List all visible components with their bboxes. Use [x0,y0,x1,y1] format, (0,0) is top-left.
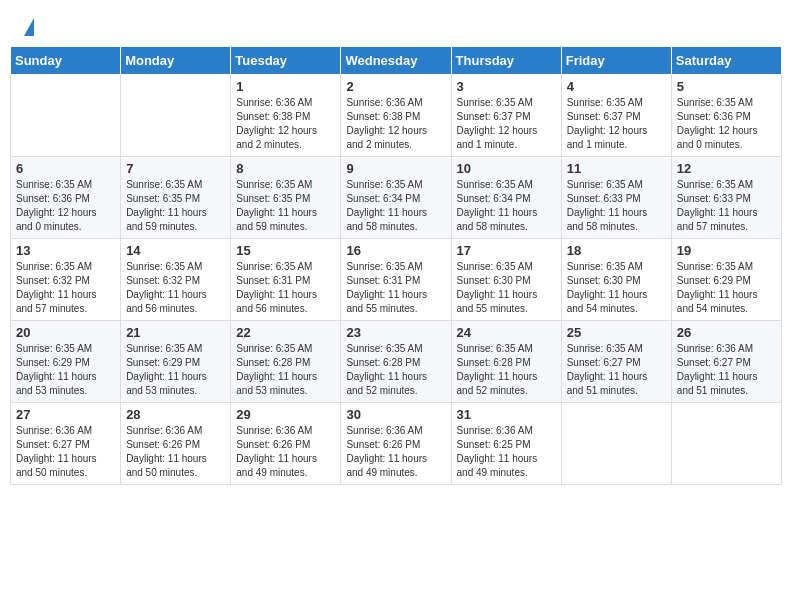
calendar-cell: 5Sunrise: 6:35 AMSunset: 6:36 PMDaylight… [671,75,781,157]
day-header: Wednesday [341,47,451,75]
calendar-cell: 3Sunrise: 6:35 AMSunset: 6:37 PMDaylight… [451,75,561,157]
day-info: Sunrise: 6:35 AMSunset: 6:29 PMDaylight:… [677,260,776,316]
day-header: Friday [561,47,671,75]
day-info: Sunrise: 6:35 AMSunset: 6:32 PMDaylight:… [16,260,115,316]
calendar-cell: 20Sunrise: 6:35 AMSunset: 6:29 PMDayligh… [11,321,121,403]
day-info: Sunrise: 6:36 AMSunset: 6:26 PMDaylight:… [346,424,445,480]
day-number: 6 [16,161,115,176]
calendar-cell [11,75,121,157]
calendar-cell: 29Sunrise: 6:36 AMSunset: 6:26 PMDayligh… [231,403,341,485]
day-number: 19 [677,243,776,258]
calendar-cell: 8Sunrise: 6:35 AMSunset: 6:35 PMDaylight… [231,157,341,239]
calendar-cell: 14Sunrise: 6:35 AMSunset: 6:32 PMDayligh… [121,239,231,321]
day-number: 3 [457,79,556,94]
calendar-week-row: 20Sunrise: 6:35 AMSunset: 6:29 PMDayligh… [11,321,782,403]
day-number: 27 [16,407,115,422]
day-number: 28 [126,407,225,422]
calendar-week-row: 13Sunrise: 6:35 AMSunset: 6:32 PMDayligh… [11,239,782,321]
day-number: 20 [16,325,115,340]
day-info: Sunrise: 6:35 AMSunset: 6:28 PMDaylight:… [457,342,556,398]
day-info: Sunrise: 6:35 AMSunset: 6:28 PMDaylight:… [346,342,445,398]
day-number: 7 [126,161,225,176]
calendar-cell: 27Sunrise: 6:36 AMSunset: 6:27 PMDayligh… [11,403,121,485]
day-info: Sunrise: 6:35 AMSunset: 6:32 PMDaylight:… [126,260,225,316]
calendar-cell: 19Sunrise: 6:35 AMSunset: 6:29 PMDayligh… [671,239,781,321]
day-info: Sunrise: 6:35 AMSunset: 6:29 PMDaylight:… [16,342,115,398]
day-number: 29 [236,407,335,422]
calendar-cell: 23Sunrise: 6:35 AMSunset: 6:28 PMDayligh… [341,321,451,403]
calendar-cell: 15Sunrise: 6:35 AMSunset: 6:31 PMDayligh… [231,239,341,321]
day-number: 12 [677,161,776,176]
day-number: 8 [236,161,335,176]
calendar-cell: 4Sunrise: 6:35 AMSunset: 6:37 PMDaylight… [561,75,671,157]
calendar-cell: 17Sunrise: 6:35 AMSunset: 6:30 PMDayligh… [451,239,561,321]
calendar-cell: 28Sunrise: 6:36 AMSunset: 6:26 PMDayligh… [121,403,231,485]
calendar-cell [121,75,231,157]
day-number: 10 [457,161,556,176]
day-info: Sunrise: 6:35 AMSunset: 6:37 PMDaylight:… [567,96,666,152]
day-number: 21 [126,325,225,340]
calendar-cell: 31Sunrise: 6:36 AMSunset: 6:25 PMDayligh… [451,403,561,485]
day-number: 9 [346,161,445,176]
calendar-cell: 2Sunrise: 6:36 AMSunset: 6:38 PMDaylight… [341,75,451,157]
day-header: Sunday [11,47,121,75]
day-number: 30 [346,407,445,422]
calendar-header: SundayMondayTuesdayWednesdayThursdayFrid… [11,47,782,75]
calendar-cell: 13Sunrise: 6:35 AMSunset: 6:32 PMDayligh… [11,239,121,321]
day-number: 31 [457,407,556,422]
day-info: Sunrise: 6:35 AMSunset: 6:33 PMDaylight:… [677,178,776,234]
day-header: Thursday [451,47,561,75]
day-info: Sunrise: 6:36 AMSunset: 6:27 PMDaylight:… [16,424,115,480]
day-number: 1 [236,79,335,94]
day-info: Sunrise: 6:36 AMSunset: 6:27 PMDaylight:… [677,342,776,398]
day-number: 17 [457,243,556,258]
calendar-cell: 9Sunrise: 6:35 AMSunset: 6:34 PMDaylight… [341,157,451,239]
day-info: Sunrise: 6:35 AMSunset: 6:34 PMDaylight:… [457,178,556,234]
calendar-week-row: 1Sunrise: 6:36 AMSunset: 6:38 PMDaylight… [11,75,782,157]
day-info: Sunrise: 6:35 AMSunset: 6:37 PMDaylight:… [457,96,556,152]
day-number: 15 [236,243,335,258]
calendar-cell [671,403,781,485]
calendar-cell: 18Sunrise: 6:35 AMSunset: 6:30 PMDayligh… [561,239,671,321]
calendar-cell: 25Sunrise: 6:35 AMSunset: 6:27 PMDayligh… [561,321,671,403]
calendar-cell: 16Sunrise: 6:35 AMSunset: 6:31 PMDayligh… [341,239,451,321]
day-info: Sunrise: 6:35 AMSunset: 6:30 PMDaylight:… [567,260,666,316]
calendar-cell: 7Sunrise: 6:35 AMSunset: 6:35 PMDaylight… [121,157,231,239]
calendar-cell: 21Sunrise: 6:35 AMSunset: 6:29 PMDayligh… [121,321,231,403]
day-info: Sunrise: 6:35 AMSunset: 6:36 PMDaylight:… [16,178,115,234]
calendar-cell: 11Sunrise: 6:35 AMSunset: 6:33 PMDayligh… [561,157,671,239]
calendar-week-row: 27Sunrise: 6:36 AMSunset: 6:27 PMDayligh… [11,403,782,485]
calendar-cell: 10Sunrise: 6:35 AMSunset: 6:34 PMDayligh… [451,157,561,239]
calendar-cell: 26Sunrise: 6:36 AMSunset: 6:27 PMDayligh… [671,321,781,403]
logo-triangle-icon [24,18,34,36]
day-number: 16 [346,243,445,258]
day-number: 24 [457,325,556,340]
day-number: 2 [346,79,445,94]
day-info: Sunrise: 6:35 AMSunset: 6:35 PMDaylight:… [126,178,225,234]
day-info: Sunrise: 6:35 AMSunset: 6:31 PMDaylight:… [346,260,445,316]
day-number: 25 [567,325,666,340]
calendar-week-row: 6Sunrise: 6:35 AMSunset: 6:36 PMDaylight… [11,157,782,239]
day-info: Sunrise: 6:36 AMSunset: 6:26 PMDaylight:… [236,424,335,480]
day-info: Sunrise: 6:35 AMSunset: 6:27 PMDaylight:… [567,342,666,398]
day-number: 22 [236,325,335,340]
calendar-cell: 22Sunrise: 6:35 AMSunset: 6:28 PMDayligh… [231,321,341,403]
day-number: 18 [567,243,666,258]
day-number: 4 [567,79,666,94]
calendar-cell: 6Sunrise: 6:35 AMSunset: 6:36 PMDaylight… [11,157,121,239]
day-number: 13 [16,243,115,258]
day-info: Sunrise: 6:36 AMSunset: 6:38 PMDaylight:… [346,96,445,152]
calendar-cell: 12Sunrise: 6:35 AMSunset: 6:33 PMDayligh… [671,157,781,239]
day-info: Sunrise: 6:35 AMSunset: 6:31 PMDaylight:… [236,260,335,316]
day-info: Sunrise: 6:35 AMSunset: 6:33 PMDaylight:… [567,178,666,234]
calendar-body: 1Sunrise: 6:36 AMSunset: 6:38 PMDaylight… [11,75,782,485]
day-info: Sunrise: 6:35 AMSunset: 6:28 PMDaylight:… [236,342,335,398]
day-header: Monday [121,47,231,75]
day-info: Sunrise: 6:35 AMSunset: 6:30 PMDaylight:… [457,260,556,316]
day-info: Sunrise: 6:35 AMSunset: 6:36 PMDaylight:… [677,96,776,152]
page-header [10,10,782,40]
day-info: Sunrise: 6:36 AMSunset: 6:38 PMDaylight:… [236,96,335,152]
day-info: Sunrise: 6:35 AMSunset: 6:29 PMDaylight:… [126,342,225,398]
calendar-cell [561,403,671,485]
day-info: Sunrise: 6:35 AMSunset: 6:34 PMDaylight:… [346,178,445,234]
